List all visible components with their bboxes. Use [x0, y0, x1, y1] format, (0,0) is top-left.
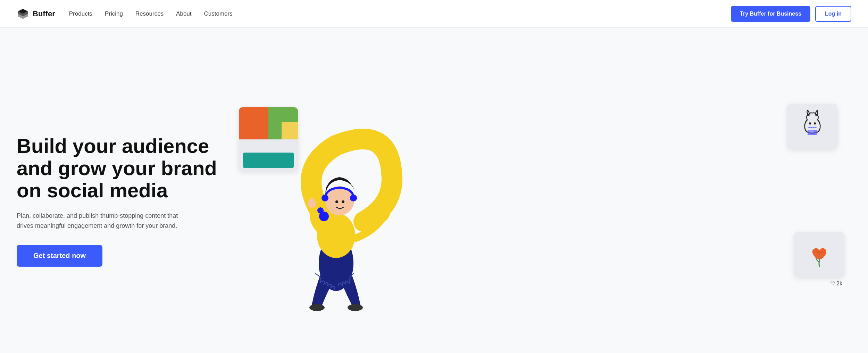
card-bottom-likes: ♡ 2k — [830, 280, 842, 287]
nav-link-products[interactable]: Products — [69, 10, 92, 17]
logo-link[interactable]: Buffer — [17, 8, 55, 20]
flower-illustration — [802, 237, 837, 272]
get-started-button[interactable]: Get started now — [17, 245, 102, 267]
svg-point-5 — [322, 195, 328, 201]
nav-link-pricing[interactable]: Pricing — [105, 10, 123, 17]
svg-rect-14 — [808, 130, 817, 135]
social-card-bottom-right — [794, 232, 844, 277]
svg-point-9 — [317, 207, 324, 214]
logo-text: Buffer — [33, 9, 55, 18]
nav-links: Products Pricing Resources About Custome… — [69, 10, 731, 17]
hero-title: Build your audience and grow your brand … — [17, 135, 218, 201]
try-buffer-button[interactable]: Try Buffer for Business — [731, 6, 810, 22]
hero-content: Build your audience and grow your brand … — [17, 135, 232, 267]
hero-section: Build your audience and grow your brand … — [0, 28, 868, 353]
login-button[interactable]: Log in — [815, 6, 851, 22]
nav-link-about[interactable]: About — [176, 10, 191, 17]
nav-link-resources[interactable]: Resources — [135, 10, 164, 17]
svg-point-13 — [814, 122, 816, 124]
svg-point-11 — [348, 304, 363, 311]
nav-actions: Try Buffer for Business Log in — [731, 6, 851, 22]
svg-point-4 — [342, 200, 344, 203]
navbar: Buffer Products Pricing Resources About … — [0, 0, 868, 28]
character-illustration — [267, 118, 412, 298]
social-card-top-right — [787, 104, 837, 149]
svg-point-3 — [335, 200, 338, 203]
svg-point-12 — [809, 122, 811, 124]
buffer-logo-icon — [17, 8, 29, 20]
bunny-illustration — [795, 109, 830, 144]
hero-illustration: ♡ 3k — [232, 97, 851, 305]
hero-subtitle: Plan, collaborate, and publish thumb-sto… — [17, 211, 183, 231]
svg-point-10 — [309, 304, 325, 311]
svg-point-6 — [350, 195, 357, 201]
card-orange-block — [239, 107, 268, 139]
nav-link-customers[interactable]: Customers — [204, 10, 233, 17]
